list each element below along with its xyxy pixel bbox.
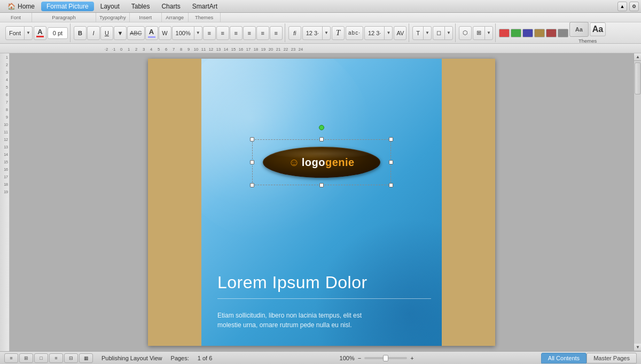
scrollbar-vertical: ▲ ▼ [634,53,641,351]
calligraphy-btn[interactable]: T [332,26,345,40]
rotate-handle[interactable] [319,125,324,130]
themes-group-label: Themes [189,13,221,22]
themes-main-area: Aa Aa Themes [569,22,606,44]
logo-oval[interactable]: ☺ logogenie [263,147,380,178]
view-btn-3[interactable]: □ [34,353,48,363]
theme-swatch-3[interactable] [522,29,533,37]
themes-button[interactable]: Aa [569,22,589,37]
tracking-btn[interactable]: AV [394,26,407,40]
main-area: 1 2 3 4 5 6 7 8 9 10 11 12 13 14 15 16 1… [0,53,641,351]
paragraph-section: B I U ▼ ABC A W 100% ▼ ≡ ≡ ≡ ≡ ≡ ≡ [72,23,285,42]
zoom-dropdown[interactable]: 100% ▼ [172,26,202,40]
num-style2-dropdown[interactable]: 12 3· ▼ [364,26,393,40]
theme-swatch-1[interactable] [499,29,510,37]
themes-swatches [499,29,568,37]
insert-section: T ▼ ◻ ▼ [410,23,456,42]
resize-handle-bm[interactable] [319,183,324,187]
align-left-btn[interactable]: ≡ [203,26,216,40]
tab-master-pages[interactable]: Master Pages [587,353,637,363]
typography-group-label: Typography [96,13,130,22]
resize-handle-tr[interactable] [389,137,393,141]
theme-swatch-6[interactable] [558,29,568,37]
resize-handle-tl[interactable] [250,137,254,141]
theme-swatch-5[interactable] [546,29,557,37]
scroll-thumb[interactable] [635,62,641,94]
indent-btn[interactable]: ≡ [270,26,283,40]
resize-handle-tm[interactable] [319,137,324,141]
underline-button[interactable]: U [100,26,113,40]
page-canvas: ☺ logogenie Lorem Ipsum Dolor Etiam soll… [148,59,495,346]
tab-all-contents[interactable]: All Contents [541,353,587,363]
num-style-dropdown[interactable]: 12 3· ▼ [302,26,331,40]
page-title: Lorem Ipsum Dolor [217,273,431,292]
resize-handle-ml[interactable] [250,160,254,164]
menu-bar: 🏠 Home Format Picture Layout Tables Char… [0,0,641,13]
font-color-btn2[interactable]: A [145,26,158,40]
theme-swatch-4[interactable] [534,29,545,37]
status-bar: ≡ ⊞ □ ≡ ⊟ ▦ Publishing Layout View Pages… [0,351,641,364]
font-size-input[interactable]: 0 pt [48,27,68,39]
themes-font-btn[interactable]: Aa [590,22,606,36]
ruler-vertical: 1 2 3 4 5 6 7 8 9 10 11 12 13 14 15 16 1… [0,53,10,351]
logo-name: logogenie [302,156,355,169]
arrange-btn2[interactable]: ⊞ ▼ [473,26,493,40]
strikethrough-button[interactable]: ABC [127,26,145,40]
view-btn-5[interactable]: ⊟ [64,353,78,363]
menu-format-picture[interactable]: Format Picture [41,2,94,11]
menu-home[interactable]: 🏠 Home [2,2,40,11]
align-right-btn[interactable]: ≡ [230,26,243,40]
italic-button[interactable]: I [87,26,100,40]
menu-charts[interactable]: Charts [156,2,185,11]
themes-label: Themes [579,38,597,44]
scroll-up-button[interactable]: ▲ [634,53,641,61]
left-margin [148,59,201,346]
arrange-btn1[interactable]: ⬡ [459,26,472,40]
align-center-btn[interactable]: ≡ [216,26,229,40]
app-window: 🏠 Home Format Picture Layout Tables Char… [0,0,641,364]
menu-tables[interactable]: Tables [126,2,155,11]
pages-label: Pages: [171,355,189,361]
zoom-minus-icon[interactable]: − [358,355,361,361]
window-controls: ▲ ⚙ [617,2,639,11]
pages-value: 1 of 6 [198,355,213,361]
resize-handle-bl[interactable] [250,183,254,187]
page-subtitle: Etiam sollicitudin, libero non lacinia t… [217,311,431,330]
insert-shape-dropdown[interactable]: ◻ ▼ [433,26,453,40]
insert-group-label: Insert [130,13,162,22]
resize-handle-mr[interactable] [389,160,393,164]
view-btn-4[interactable]: ≡ [49,353,63,363]
minimize-button[interactable]: ▲ [617,2,627,11]
insert-text-dropdown[interactable]: T ▼ [412,26,432,40]
menu-layout[interactable]: Layout [95,2,125,11]
underline-dropdown[interactable]: ▼ [114,26,127,40]
ligature-btn[interactable]: fi [288,26,301,40]
view-btn-6[interactable]: ▦ [79,353,93,363]
bold-button[interactable]: B [74,26,87,40]
font-family-arrow: ▼ [25,30,32,35]
settings-button[interactable]: ⚙ [629,2,639,11]
zoom-slider: 100% − + [340,355,414,361]
paragraph-group-label: Paragraph [32,13,96,22]
status-tabs: All Contents Master Pages [541,353,637,363]
view-btn-2[interactable]: ⊞ [19,353,33,363]
right-margin [442,59,495,346]
align-justify-btn[interactable]: ≡ [243,26,256,40]
view-label: Publishing Layout View [101,355,162,361]
menu-smartart[interactable]: SmartArt [187,2,223,11]
arrange-section: ⬡ ⊞ ▼ [457,23,496,42]
small-caps-btn[interactable]: abc· [346,26,363,40]
view-btn-1[interactable]: ≡ [4,353,18,363]
theme-swatch-2[interactable] [511,29,521,37]
logo-container[interactable]: ☺ logogenie [263,147,380,178]
scroll-down-button[interactable]: ▼ [634,344,641,351]
canvas-area[interactable]: ☺ logogenie Lorem Ipsum Dolor Etiam soll… [10,53,634,351]
highlight-btn[interactable]: W [159,26,171,40]
zoom-track[interactable] [364,357,407,359]
arrange-group-label: Arrange [162,13,189,22]
font-color-picker[interactable]: A [34,26,46,40]
zoom-thumb[interactable] [383,355,388,361]
list-btn[interactable]: ≡ [256,26,269,40]
resize-handle-br[interactable] [389,183,393,187]
font-family-dropdown[interactable]: Font ▼ [5,26,33,40]
zoom-plus-icon[interactable]: + [410,355,413,361]
